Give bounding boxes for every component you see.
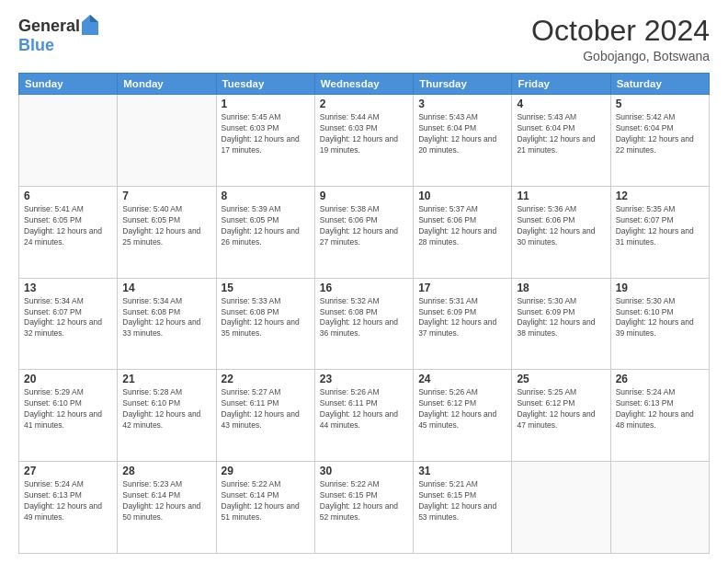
calendar-week-2: 13Sunrise: 5:34 AMSunset: 6:07 PMDayligh… [19, 278, 710, 370]
day-number: 24 [418, 373, 506, 385]
day-info: Sunrise: 5:41 AMSunset: 6:05 PMDaylight:… [24, 204, 112, 248]
calendar-cell: 5Sunrise: 5:42 AMSunset: 6:04 PMDaylight… [610, 95, 709, 187]
day-header-tuesday: Tuesday [216, 74, 314, 95]
day-info: Sunrise: 5:30 AMSunset: 6:10 PMDaylight:… [616, 296, 704, 340]
day-info: Sunrise: 5:38 AMSunset: 6:06 PMDaylight:… [320, 204, 408, 248]
day-info: Sunrise: 5:22 AMSunset: 6:14 PMDaylight:… [222, 479, 310, 523]
calendar-cell: 14Sunrise: 5:34 AMSunset: 6:08 PMDayligh… [118, 278, 216, 370]
calendar-cell: 20Sunrise: 5:29 AMSunset: 6:10 PMDayligh… [19, 370, 118, 462]
calendar-cell: 30Sunrise: 5:22 AMSunset: 6:15 PMDayligh… [314, 462, 413, 554]
calendar-cell: 24Sunrise: 5:26 AMSunset: 6:12 PMDayligh… [414, 370, 512, 462]
calendar-cell: 17Sunrise: 5:31 AMSunset: 6:09 PMDayligh… [414, 278, 512, 370]
logo-general: General [18, 17, 80, 34]
day-number: 1 [222, 98, 310, 110]
day-info: Sunrise: 5:40 AMSunset: 6:05 PMDaylight:… [122, 204, 210, 248]
calendar-header-row: SundayMondayTuesdayWednesdayThursdayFrid… [19, 74, 710, 95]
day-info: Sunrise: 5:33 AMSunset: 6:08 PMDaylight:… [222, 296, 310, 340]
calendar-cell: 7Sunrise: 5:40 AMSunset: 6:05 PMDaylight… [118, 186, 216, 278]
day-number: 3 [418, 98, 506, 110]
day-number: 9 [320, 190, 408, 202]
calendar-cell [512, 462, 610, 554]
day-number: 4 [517, 98, 605, 110]
location: Gobojango, Botswana [531, 49, 710, 63]
day-number: 12 [616, 190, 704, 202]
day-number: 22 [222, 373, 310, 385]
day-info: Sunrise: 5:32 AMSunset: 6:08 PMDaylight:… [320, 296, 408, 340]
day-header-monday: Monday [118, 74, 216, 95]
day-number: 25 [517, 373, 605, 385]
day-number: 28 [122, 465, 210, 477]
day-header-thursday: Thursday [414, 74, 512, 95]
calendar-cell: 8Sunrise: 5:39 AMSunset: 6:05 PMDaylight… [216, 186, 314, 278]
day-number: 19 [616, 282, 704, 294]
day-info: Sunrise: 5:29 AMSunset: 6:10 PMDaylight:… [24, 387, 112, 431]
header: General Blue October 2024 Gobojango, Bot… [18, 15, 710, 63]
calendar-cell: 19Sunrise: 5:30 AMSunset: 6:10 PMDayligh… [610, 278, 709, 370]
day-info: Sunrise: 5:43 AMSunset: 6:04 PMDaylight:… [517, 112, 605, 156]
day-info: Sunrise: 5:27 AMSunset: 6:11 PMDaylight:… [222, 387, 310, 431]
calendar-cell: 10Sunrise: 5:37 AMSunset: 6:06 PMDayligh… [414, 186, 512, 278]
day-info: Sunrise: 5:25 AMSunset: 6:12 PMDaylight:… [517, 387, 605, 431]
calendar-cell: 27Sunrise: 5:24 AMSunset: 6:13 PMDayligh… [19, 462, 118, 554]
day-number: 29 [222, 465, 310, 477]
day-info: Sunrise: 5:43 AMSunset: 6:04 PMDaylight:… [418, 112, 506, 156]
calendar-cell: 26Sunrise: 5:24 AMSunset: 6:13 PMDayligh… [610, 370, 709, 462]
calendar-cell [19, 95, 118, 187]
day-number: 26 [616, 373, 704, 385]
day-info: Sunrise: 5:26 AMSunset: 6:12 PMDaylight:… [418, 387, 506, 431]
day-number: 15 [222, 282, 310, 294]
day-header-saturday: Saturday [610, 74, 709, 95]
day-header-sunday: Sunday [19, 74, 118, 95]
calendar-cell: 3Sunrise: 5:43 AMSunset: 6:04 PMDaylight… [414, 95, 512, 187]
day-header-friday: Friday [512, 74, 610, 95]
day-info: Sunrise: 5:34 AMSunset: 6:07 PMDaylight:… [24, 296, 112, 340]
calendar-cell: 12Sunrise: 5:35 AMSunset: 6:07 PMDayligh… [610, 186, 709, 278]
calendar-cell: 6Sunrise: 5:41 AMSunset: 6:05 PMDaylight… [19, 186, 118, 278]
calendar-cell: 11Sunrise: 5:36 AMSunset: 6:06 PMDayligh… [512, 186, 610, 278]
day-info: Sunrise: 5:44 AMSunset: 6:03 PMDaylight:… [320, 112, 408, 156]
day-number: 27 [24, 465, 112, 477]
day-number: 31 [418, 465, 506, 477]
day-number: 23 [320, 373, 408, 385]
day-info: Sunrise: 5:45 AMSunset: 6:03 PMDaylight:… [222, 112, 310, 156]
day-info: Sunrise: 5:35 AMSunset: 6:07 PMDaylight:… [616, 204, 704, 248]
page: General Blue October 2024 Gobojango, Bot… [0, 0, 728, 563]
day-info: Sunrise: 5:30 AMSunset: 6:09 PMDaylight:… [517, 296, 605, 340]
calendar-cell: 31Sunrise: 5:21 AMSunset: 6:15 PMDayligh… [414, 462, 512, 554]
calendar-cell [610, 462, 709, 554]
calendar-cell: 1Sunrise: 5:45 AMSunset: 6:03 PMDaylight… [216, 95, 314, 187]
day-number: 30 [320, 465, 408, 477]
day-info: Sunrise: 5:26 AMSunset: 6:11 PMDaylight:… [320, 387, 408, 431]
day-header-wednesday: Wednesday [314, 74, 413, 95]
day-number: 8 [222, 190, 310, 202]
calendar-week-4: 27Sunrise: 5:24 AMSunset: 6:13 PMDayligh… [19, 462, 710, 554]
calendar-cell: 13Sunrise: 5:34 AMSunset: 6:07 PMDayligh… [19, 278, 118, 370]
day-number: 5 [616, 98, 704, 110]
logo-icon [82, 15, 98, 35]
logo: General Blue [18, 15, 98, 53]
day-number: 14 [122, 282, 210, 294]
logo-blue: Blue [18, 37, 54, 53]
title-block: October 2024 Gobojango, Botswana [531, 15, 710, 63]
calendar-week-0: 1Sunrise: 5:45 AMSunset: 6:03 PMDaylight… [19, 95, 710, 187]
day-info: Sunrise: 5:37 AMSunset: 6:06 PMDaylight:… [418, 204, 506, 248]
day-number: 10 [418, 190, 506, 202]
day-info: Sunrise: 5:22 AMSunset: 6:15 PMDaylight:… [320, 479, 408, 523]
day-info: Sunrise: 5:39 AMSunset: 6:05 PMDaylight:… [222, 204, 310, 248]
day-number: 18 [517, 282, 605, 294]
day-info: Sunrise: 5:23 AMSunset: 6:14 PMDaylight:… [122, 479, 210, 523]
day-info: Sunrise: 5:21 AMSunset: 6:15 PMDaylight:… [418, 479, 506, 523]
calendar-cell: 23Sunrise: 5:26 AMSunset: 6:11 PMDayligh… [314, 370, 413, 462]
calendar-cell: 9Sunrise: 5:38 AMSunset: 6:06 PMDaylight… [314, 186, 413, 278]
month-year: October 2024 [531, 15, 710, 47]
day-info: Sunrise: 5:36 AMSunset: 6:06 PMDaylight:… [517, 204, 605, 248]
calendar-cell: 28Sunrise: 5:23 AMSunset: 6:14 PMDayligh… [118, 462, 216, 554]
svg-marker-1 [90, 15, 98, 22]
calendar-cell: 18Sunrise: 5:30 AMSunset: 6:09 PMDayligh… [512, 278, 610, 370]
day-number: 20 [24, 373, 112, 385]
calendar-cell: 25Sunrise: 5:25 AMSunset: 6:12 PMDayligh… [512, 370, 610, 462]
day-info: Sunrise: 5:34 AMSunset: 6:08 PMDaylight:… [122, 296, 210, 340]
day-number: 16 [320, 282, 408, 294]
day-number: 13 [24, 282, 112, 294]
calendar-cell: 16Sunrise: 5:32 AMSunset: 6:08 PMDayligh… [314, 278, 413, 370]
